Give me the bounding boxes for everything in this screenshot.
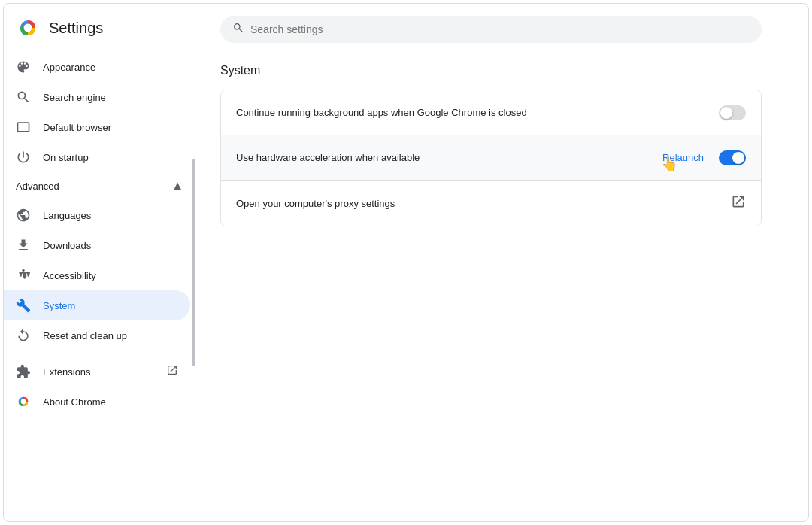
sidebar-item-about-chrome[interactable]: About Chrome — [4, 387, 190, 417]
search-icon — [232, 22, 244, 37]
app-title: Settings — [49, 20, 103, 37]
sidebar-header: Settings — [4, 4, 196, 49]
advanced-section-label: Advanced — [16, 181, 165, 192]
system-section-title: System — [220, 64, 784, 77]
svg-point-5 — [21, 399, 26, 405]
sidebar-item-search-engine[interactable]: Search engine — [4, 82, 190, 112]
sidebar-nav: Appearance Search engine Default browser — [4, 49, 196, 521]
sidebar-item-extensions-label: Extensions — [43, 366, 154, 378]
search-bar-container — [196, 4, 808, 52]
globe-icon — [16, 208, 31, 223]
toggle-thumb-on — [732, 152, 744, 164]
puzzle-icon — [16, 364, 31, 379]
scrollbar-thumb — [192, 159, 195, 366]
background-apps-label: Continue running background apps when Go… — [236, 107, 719, 118]
sidebar-item-reset-label: Reset and clean up — [43, 330, 178, 341]
advanced-chevron-icon: ▲ — [171, 178, 184, 194]
relaunch-button[interactable]: Relaunch — [656, 149, 710, 166]
sidebar-item-extensions[interactable]: Extensions — [4, 357, 190, 387]
svg-point-2 — [24, 24, 32, 32]
monitor-icon — [16, 120, 31, 135]
hardware-acceleration-label: Use hardware acceleration when available — [236, 152, 656, 163]
sidebar-item-accessibility-label: Accessibility — [43, 270, 178, 281]
background-apps-row: Continue running background apps when Go… — [221, 90, 761, 135]
download-icon — [16, 238, 31, 253]
search-input[interactable] — [250, 23, 750, 35]
sidebar-scrollbar[interactable] — [192, 4, 196, 521]
sidebar-item-on-startup[interactable]: On startup — [4, 142, 190, 172]
sidebar-item-languages-label: Languages — [43, 210, 178, 221]
proxy-settings-actions — [731, 194, 746, 213]
proxy-settings-label: Open your computer's proxy settings — [236, 198, 731, 209]
toggle-thumb — [720, 107, 732, 119]
sidebar-item-downloads[interactable]: Downloads — [4, 230, 190, 260]
sidebar-item-default-browser[interactable]: Default browser — [4, 112, 190, 142]
chrome-logo-icon — [16, 16, 40, 40]
main-content: System Continue running background apps … — [196, 4, 808, 521]
content-area: System Continue running background apps … — [196, 52, 808, 521]
sidebar-item-reset[interactable]: Reset and clean up — [4, 320, 190, 351]
sidebar: Settings Appearance Search engine — [4, 4, 196, 521]
sidebar-item-about-chrome-label: About Chrome — [43, 396, 178, 408]
settings-card: Continue running background apps when Go… — [220, 90, 762, 226]
accessibility-icon — [16, 268, 31, 283]
proxy-external-link-icon — [731, 194, 746, 213]
palette-icon — [16, 59, 31, 74]
hardware-acceleration-toggle[interactable] — [719, 150, 746, 165]
app-container: Settings Appearance Search engine — [3, 3, 809, 522]
sidebar-item-system-label: System — [43, 300, 178, 311]
power-icon — [16, 150, 31, 165]
sidebar-item-appearance[interactable]: Appearance — [4, 52, 190, 82]
proxy-settings-row[interactable]: Open your computer's proxy settings — [221, 181, 761, 226]
chrome-about-icon — [16, 394, 31, 409]
search-nav-icon — [16, 90, 31, 105]
sidebar-item-appearance-label: Appearance — [43, 62, 178, 73]
sidebar-item-accessibility[interactable]: Accessibility — [4, 260, 190, 290]
sidebar-item-on-startup-label: On startup — [43, 152, 178, 163]
wrench-icon — [16, 298, 31, 313]
refresh-icon — [16, 328, 31, 343]
search-bar — [220, 16, 762, 43]
sidebar-item-search-engine-label: Search engine — [43, 92, 178, 103]
sidebar-item-languages[interactable]: Languages — [4, 200, 190, 230]
hardware-acceleration-actions: Relaunch 👆 — [656, 149, 746, 166]
sidebar-item-system[interactable]: System — [4, 290, 190, 320]
background-apps-toggle[interactable] — [719, 105, 746, 120]
sidebar-item-default-browser-label: Default browser — [43, 122, 178, 133]
advanced-section-header[interactable]: Advanced ▲ — [4, 172, 196, 200]
sidebar-item-downloads-label: Downloads — [43, 240, 178, 251]
hardware-acceleration-row: Use hardware acceleration when available… — [221, 135, 761, 181]
background-apps-actions — [719, 105, 746, 120]
external-link-extensions-icon — [166, 364, 178, 379]
